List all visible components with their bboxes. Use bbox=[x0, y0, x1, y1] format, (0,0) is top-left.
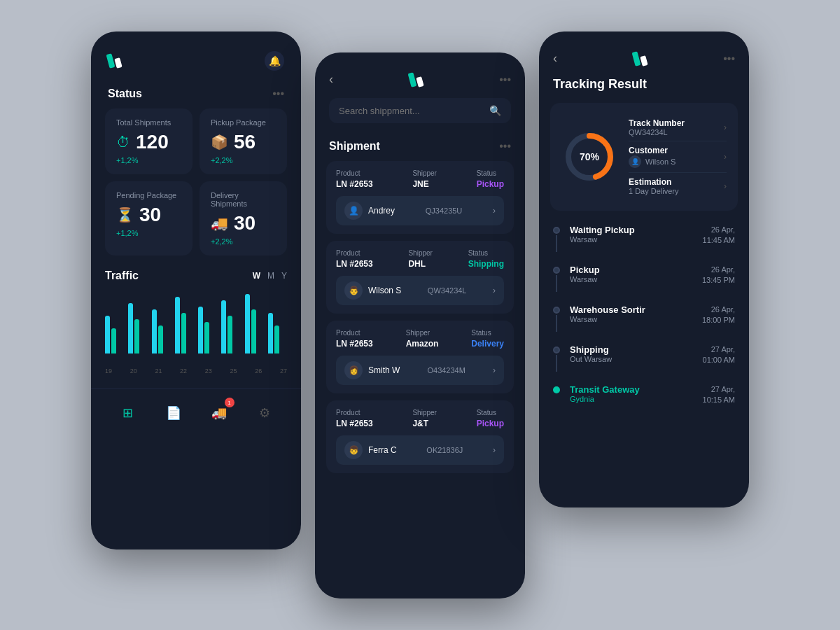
notification-bell[interactable]: 🔔 bbox=[265, 51, 284, 71]
p2-more[interactable]: ••• bbox=[499, 74, 511, 86]
chart-label-27: 27 bbox=[280, 368, 287, 374]
user-name-1: Wilson S bbox=[368, 286, 401, 295]
truck-icon: 🚚 bbox=[211, 215, 228, 232]
stat-change-pickup: +2,2% bbox=[211, 156, 276, 164]
timeline-dot-col-1 bbox=[553, 265, 560, 292]
stat-card-pending[interactable]: Pending Package ⏳ 30 +1,2% bbox=[105, 181, 192, 255]
filter-month[interactable]: M bbox=[267, 271, 274, 281]
shipment-more[interactable]: ••• bbox=[499, 140, 511, 153]
stat-value-row-total: ⏱ 120 bbox=[116, 131, 181, 153]
timeline-time-0: 26 Apr,11:45 AM bbox=[703, 225, 735, 246]
nav-home[interactable]: ⊞ bbox=[115, 400, 141, 426]
timeline-location-0: Warsaw bbox=[570, 235, 693, 244]
shipment-track-row-3[interactable]: 👦 Ferra C OK21836J › bbox=[336, 435, 504, 465]
shipment-card-1[interactable]: Product LN #2653 Shipper DHL Status Ship… bbox=[326, 241, 514, 314]
shipper-label-1: Shipper bbox=[408, 249, 432, 257]
bar-green-0 bbox=[111, 328, 116, 354]
timeline-location-3: Out Warsaw bbox=[570, 355, 693, 363]
customer-row[interactable]: Customer 👤 Wilson S › bbox=[629, 141, 727, 173]
track-num-0: QJ34235U bbox=[426, 206, 463, 215]
stat-number-pending: 30 bbox=[139, 204, 161, 226]
stat-label-pending: Pending Package bbox=[116, 191, 181, 200]
shipper-value-0: JNE bbox=[412, 179, 436, 189]
shipment-track-row-0[interactable]: 👤 Andrey QJ34235U › bbox=[336, 196, 504, 225]
p3-more[interactable]: ••• bbox=[723, 52, 735, 65]
traffic-header: Traffic W M Y bbox=[105, 270, 287, 282]
bar-cyan-2 bbox=[152, 309, 157, 354]
back-button-tracking[interactable]: ‹ bbox=[553, 51, 557, 66]
track-number-label: Track Number bbox=[629, 118, 685, 128]
traffic-section: Traffic W M Y 1920212223252627 bbox=[91, 255, 301, 382]
user-name-3: Ferra C bbox=[368, 445, 397, 455]
timeline-dot-col-2 bbox=[553, 304, 560, 332]
bar-cyan-5 bbox=[221, 300, 226, 354]
status-value-2: Delivery bbox=[471, 339, 504, 349]
timeline-item-1: Pickup Warsaw 26 Apr,13:45 PM bbox=[553, 265, 735, 292]
timeline-content-2: Warehouse Sortir Warsaw bbox=[570, 304, 692, 323]
product-value-2: LN #2653 bbox=[336, 339, 373, 349]
shipment-track-row-2[interactable]: 👩 Smith W O434234M › bbox=[336, 356, 504, 385]
shipment-track-row-1[interactable]: 👨 Wilson S QW34234L › bbox=[336, 276, 504, 305]
shipment-card-3[interactable]: Product LN #2653 Shipper J&T Status Pick… bbox=[326, 400, 514, 473]
filter-year[interactable]: Y bbox=[281, 271, 287, 281]
timeline-status-2: Warehouse Sortir bbox=[570, 304, 692, 315]
bar-cyan-4 bbox=[198, 307, 203, 354]
status-value-1: Shipping bbox=[468, 259, 504, 269]
timeline-dot-col-4 bbox=[553, 384, 560, 393]
timeline-content-3: Shipping Out Warsaw bbox=[570, 344, 693, 363]
logo-3 bbox=[634, 52, 647, 66]
timeline-dot-0 bbox=[553, 227, 560, 234]
search-bar[interactable]: 🔍 bbox=[329, 98, 511, 123]
nav-settings[interactable]: ⚙ bbox=[252, 400, 277, 426]
timeline-item-4: Transit Gateway Gydnia 27 Apr,10:15 AM bbox=[553, 384, 735, 406]
chevron-right-2: › bbox=[493, 365, 496, 375]
chart-bar-group-1 bbox=[128, 303, 147, 354]
track-num-1: QW34234L bbox=[428, 286, 467, 295]
stat-label-delivery: Delivery Shipments bbox=[211, 191, 276, 208]
stat-value-row-pending: ⏳ 30 bbox=[116, 204, 181, 226]
filter-week[interactable]: W bbox=[253, 271, 260, 281]
stat-card-delivery[interactable]: Delivery Shipments 🚚 30 +2,2% bbox=[200, 181, 287, 255]
nav-shipments[interactable]: 🚚 1 bbox=[206, 400, 232, 426]
tracking-info: Track Number QW34234L › Customer 👤 Wilso… bbox=[629, 114, 727, 200]
shipment-card-2[interactable]: Product LN #2653 Shipper Amazon Status D… bbox=[326, 321, 514, 393]
stat-number-pickup: 56 bbox=[234, 131, 255, 153]
estimation-row[interactable]: Estimation 1 Day Delivery › bbox=[629, 173, 727, 200]
shipment-header: Shipment ••• bbox=[315, 134, 525, 161]
user-avatar-2: 👩 bbox=[344, 361, 363, 379]
product-value-0: LN #2653 bbox=[336, 179, 373, 189]
chart-bar-group-4 bbox=[198, 307, 217, 354]
timeline-line-3 bbox=[556, 355, 557, 372]
timeline-time-2: 26 Apr,18:00 PM bbox=[702, 304, 735, 326]
timeline-line-1 bbox=[556, 275, 557, 292]
timeline-line-0 bbox=[556, 235, 557, 252]
bar-cyan-3 bbox=[175, 297, 180, 354]
timeline-location-2: Warsaw bbox=[570, 315, 692, 323]
bar-cyan-6 bbox=[245, 294, 250, 354]
track-number-row[interactable]: Track Number QW34234L › bbox=[629, 114, 727, 141]
chart-bar-group-0 bbox=[105, 316, 124, 354]
chart-bar-group-2 bbox=[152, 309, 171, 354]
status-value-3: Pickup bbox=[477, 419, 504, 428]
ship-user-3: 👦 Ferra C bbox=[344, 441, 397, 459]
shipment-title: Shipment bbox=[329, 140, 380, 153]
back-button[interactable]: ‹ bbox=[329, 72, 333, 87]
status-more[interactable]: ••• bbox=[272, 88, 284, 100]
shipment-card-0[interactable]: Product LN #2653 Shipper JNE Status Pick… bbox=[326, 161, 514, 234]
product-label-3: Product bbox=[336, 409, 373, 416]
timeline-dot-3 bbox=[553, 346, 560, 354]
stat-card-total-shipments[interactable]: Total Shipments ⏱ 120 +1,2% bbox=[105, 108, 192, 174]
status-section-header: Status ••• bbox=[91, 82, 301, 108]
customer-with-avatar: 👤 Wilson S bbox=[629, 155, 676, 168]
stat-label-pickup: Pickup Package bbox=[211, 118, 276, 127]
stat-card-pickup[interactable]: Pickup Package 📦 56 +2,2% bbox=[200, 108, 287, 174]
nav-documents[interactable]: 📄 bbox=[161, 400, 186, 426]
stat-value-row-delivery: 🚚 30 bbox=[211, 212, 276, 234]
status-value-0: Pickup bbox=[477, 179, 504, 189]
pending-icon: ⏳ bbox=[116, 206, 134, 223]
bar-cyan-7 bbox=[268, 313, 273, 354]
logo bbox=[108, 54, 121, 68]
chevron-right-1: › bbox=[493, 286, 496, 295]
search-input[interactable] bbox=[339, 106, 482, 116]
p1-header: 🔔 bbox=[91, 31, 301, 82]
